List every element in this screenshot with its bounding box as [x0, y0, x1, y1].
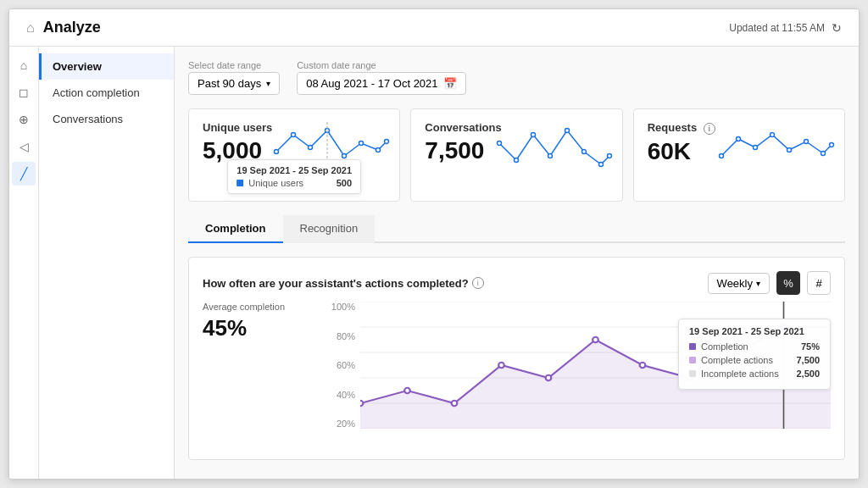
- home-nav-icon[interactable]: ⌂: [26, 20, 35, 36]
- completion-body: Average completion 45% 100% 80% 60% 40% …: [203, 302, 831, 446]
- y-40: 40%: [337, 390, 355, 400]
- calendar-icon: 📅: [443, 77, 457, 90]
- svg-point-21: [787, 148, 791, 152]
- completion-info-icon[interactable]: i: [472, 277, 484, 289]
- rt-dot-completion: [689, 343, 696, 350]
- custom-date-value: 08 Aug 2021 - 17 Oct 2021: [306, 77, 437, 90]
- nav-item-conversations[interactable]: Conversations: [39, 106, 174, 132]
- svg-point-0: [275, 150, 279, 154]
- top-bar-left: ⌂ Analyze: [26, 19, 101, 36]
- completion-title: How often are your assistant's actions c…: [203, 277, 469, 290]
- svg-point-37: [546, 375, 552, 380]
- y-100: 100%: [331, 302, 355, 312]
- svg-point-20: [770, 133, 774, 137]
- custom-date-group: Custom date range 08 Aug 2021 - 17 Oct 2…: [297, 60, 465, 95]
- svg-point-9: [497, 141, 501, 146]
- svg-point-17: [719, 154, 723, 158]
- rt-row-completion: Completion 75%: [689, 341, 820, 352]
- tooltip-dot: [236, 180, 243, 186]
- svg-point-34: [404, 388, 410, 393]
- sidebar-chart-icon[interactable]: ╱: [12, 162, 36, 186]
- date-range-select-group: Select date range Past 90 days ▾: [188, 60, 280, 95]
- custom-date-input[interactable]: 08 Aug 2021 - 17 Oct 2021 📅: [297, 72, 465, 95]
- rt-row-complete-actions: Complete actions 7,500: [689, 355, 820, 365]
- rt-dot-incomplete-actions: [689, 370, 696, 377]
- unique-users-card: Unique users 5,000: [188, 108, 400, 202]
- sidebar-send-icon[interactable]: ◁: [12, 135, 36, 158]
- chart-plot: 19 Sep 2021 - 25 Sep 2021 Completion 75%…: [360, 302, 831, 429]
- date-bar: Select date range Past 90 days ▾ Custom …: [188, 60, 845, 95]
- completion-title-row: How often are your assistant's actions c…: [203, 277, 484, 290]
- sidebar-users-icon[interactable]: ⊕: [12, 108, 36, 131]
- requests-chart: [717, 118, 836, 177]
- svg-point-23: [821, 152, 825, 156]
- avg-value: 45%: [203, 315, 313, 341]
- nav-item-overview[interactable]: Overview: [39, 53, 174, 80]
- svg-point-13: [565, 129, 569, 133]
- nav-item-action-completion[interactable]: Action completion: [39, 80, 174, 106]
- rt-name-incomplete-actions: Incomplete actions: [701, 369, 791, 379]
- rt-name-complete-actions: Complete actions: [701, 355, 791, 365]
- top-bar: ⌂ Analyze Updated at 11:55 AM ↻: [9, 9, 859, 47]
- rt-val-completion: 75%: [801, 341, 820, 352]
- updated-text: Updated at 11:55 AM: [729, 22, 825, 34]
- rt-dot-complete-actions: [689, 357, 696, 363]
- sidebar-chat-icon[interactable]: ◻: [12, 80, 36, 104]
- date-range-select[interactable]: Past 90 days ▾: [188, 72, 280, 95]
- svg-point-24: [829, 143, 833, 147]
- y-60: 60%: [337, 360, 355, 370]
- svg-point-12: [548, 154, 552, 158]
- rt-date: 19 Sep 2021 - 25 Sep 2021: [689, 326, 820, 336]
- rt-row-incomplete-actions: Incomplete actions 2,500: [689, 369, 820, 379]
- completion-header: How often are your assistant's actions c…: [203, 271, 831, 295]
- metrics-row: Unique users 5,000: [188, 108, 845, 202]
- app-window: ⌂ Analyze Updated at 11:55 AM ↻ ⌂ ◻ ⊕ ◁ …: [8, 8, 860, 480]
- svg-point-10: [514, 158, 518, 163]
- svg-point-14: [581, 150, 586, 154]
- weekly-label: Weekly: [717, 277, 753, 290]
- tooltip-date: 19 Sep 2021 - 25 Sep 2021: [236, 165, 352, 175]
- count-toggle[interactable]: #: [807, 271, 831, 295]
- y-20: 20%: [337, 419, 355, 429]
- custom-date-label: Custom date range: [297, 60, 465, 70]
- tooltip-row: Unique users 500: [236, 178, 352, 188]
- tooltip-value: 500: [337, 178, 352, 188]
- svg-point-16: [607, 154, 611, 158]
- main-content: Select date range Past 90 days ▾ Custom …: [175, 47, 859, 479]
- svg-point-36: [498, 363, 504, 368]
- nav-panel: Overview Action completion Conversations: [39, 47, 175, 479]
- svg-point-39: [640, 363, 646, 368]
- completion-controls: Weekly ▾ % #: [708, 271, 831, 295]
- rt-val-complete-actions: 7,500: [796, 355, 820, 365]
- tab-recognition[interactable]: Recognition: [283, 215, 376, 243]
- date-select-label: Select date range: [188, 60, 280, 70]
- svg-point-4: [342, 154, 347, 158]
- tabs-row: Completion Recognition: [188, 215, 845, 243]
- svg-point-11: [531, 133, 535, 137]
- main-layout: ⌂ ◻ ⊕ ◁ ╱ Overview Action completion Con…: [9, 47, 859, 479]
- tooltip-name: Unique users: [248, 178, 331, 188]
- requests-info-icon[interactable]: i: [704, 123, 715, 135]
- y-axis: 100% 80% 60% 40% 20%: [326, 302, 360, 429]
- percent-toggle[interactable]: %: [776, 271, 800, 295]
- avg-section: Average completion 45%: [203, 302, 313, 446]
- svg-point-15: [598, 163, 603, 167]
- conversations-chart: [495, 118, 614, 177]
- svg-point-35: [452, 401, 458, 406]
- requests-card: Requests i 60K: [633, 108, 845, 202]
- date-select-value: Past 90 days: [198, 77, 261, 90]
- sidebar-home-icon[interactable]: ⌂: [12, 53, 36, 77]
- refresh-icon[interactable]: ↻: [832, 21, 842, 35]
- svg-point-18: [736, 137, 740, 141]
- svg-point-38: [593, 337, 598, 342]
- svg-point-5: [359, 141, 364, 146]
- tab-completion[interactable]: Completion: [188, 215, 283, 243]
- weekly-select[interactable]: Weekly ▾: [708, 273, 770, 294]
- rt-name-completion: Completion: [701, 341, 796, 352]
- svg-point-33: [360, 401, 363, 406]
- sidebar: ⌂ ◻ ⊕ ◁ ╱: [9, 47, 39, 479]
- completion-chart-area: 100% 80% 60% 40% 20%: [326, 302, 831, 446]
- avg-label: Average completion: [203, 302, 313, 312]
- chevron-down-icon: ▾: [266, 79, 270, 88]
- unique-users-tooltip: 19 Sep 2021 - 25 Sep 2021 Unique users 5…: [227, 159, 361, 194]
